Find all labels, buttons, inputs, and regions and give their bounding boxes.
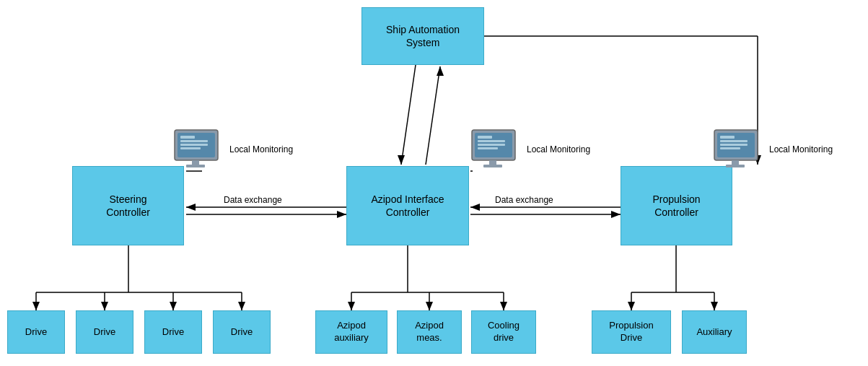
svg-marker-43 (348, 302, 355, 310)
drive-4-label: Drive (231, 326, 253, 339)
svg-rect-80 (726, 165, 745, 167)
drive-1-label: Drive (25, 326, 47, 339)
svg-rect-63 (192, 160, 199, 165)
svg-rect-68 (478, 140, 505, 142)
svg-marker-45 (426, 302, 433, 310)
diagram: Ship AutomationSystem SteeringController… (0, 0, 868, 366)
azipod-auxiliary-box: Azipodauxiliary (315, 310, 387, 354)
svg-marker-12 (470, 204, 480, 211)
svg-marker-14 (611, 211, 621, 218)
monitor-icon-3 (713, 128, 765, 169)
svg-rect-67 (478, 136, 492, 139)
monitor-icon-2 (470, 128, 522, 169)
svg-marker-35 (101, 302, 108, 310)
svg-rect-61 (180, 144, 208, 146)
svg-rect-62 (180, 147, 201, 149)
auxiliary-box: Auxiliary (682, 310, 747, 354)
drive-box-1: Drive (7, 310, 65, 354)
svg-rect-79 (732, 160, 739, 165)
svg-rect-76 (720, 140, 748, 142)
cooling-drive-box: Coolingdrive (471, 310, 536, 354)
propulsion-drive-label: PropulsionDrive (609, 320, 653, 344)
azipod-interface-label: Azipod InterfaceController (371, 193, 444, 219)
auxiliary-label: Auxiliary (696, 326, 732, 339)
svg-marker-8 (186, 204, 196, 211)
svg-rect-69 (478, 144, 505, 146)
svg-line-0 (401, 65, 416, 165)
propulsion-drive-box: PropulsionDrive (592, 310, 671, 354)
ship-automation-label: Ship AutomationSystem (386, 23, 460, 49)
drive-2-label: Drive (94, 326, 115, 339)
azipod-meas-label: Azipodmeas. (415, 320, 444, 344)
azipod-meas-box: Azipodmeas. (397, 310, 462, 354)
azipod-interface-box: Azipod InterfaceController (346, 166, 469, 245)
steering-controller-box: SteeringController (72, 166, 184, 245)
drive-box-3: Drive (144, 310, 202, 354)
svg-marker-1 (398, 155, 405, 165)
cooling-drive-label: Coolingdrive (488, 320, 520, 344)
propulsion-controller-label: PropulsionController (652, 193, 700, 219)
svg-rect-72 (483, 165, 502, 167)
svg-rect-70 (478, 147, 498, 149)
data-exchange-label-left: Data exchange (224, 195, 282, 205)
azipod-auxiliary-label: Azipodauxiliary (334, 320, 369, 344)
data-exchange-label-right: Data exchange (495, 195, 553, 205)
drive-3-label: Drive (162, 326, 184, 339)
drive-box-4: Drive (213, 310, 271, 354)
svg-rect-75 (720, 136, 735, 139)
monitor-2-label: Local Monitoring (527, 144, 590, 154)
svg-marker-3 (437, 66, 444, 76)
steering-controller-label: SteeringController (106, 193, 150, 219)
svg-marker-37 (170, 302, 177, 310)
monitor-1-label: Local Monitoring (229, 144, 293, 154)
drive-box-2: Drive (76, 310, 133, 354)
svg-marker-47 (500, 302, 507, 310)
svg-rect-78 (720, 147, 740, 149)
monitor-icon-1 (173, 128, 225, 169)
svg-rect-77 (720, 144, 748, 146)
svg-rect-64 (186, 165, 205, 167)
svg-marker-53 (711, 302, 718, 310)
svg-marker-33 (32, 302, 40, 310)
svg-marker-10 (337, 211, 346, 218)
monitor-3-label: Local Monitoring (769, 144, 833, 154)
svg-rect-60 (180, 140, 208, 142)
svg-marker-51 (628, 302, 635, 310)
propulsion-controller-box: PropulsionController (621, 166, 732, 245)
svg-line-2 (426, 66, 440, 165)
ship-automation-box: Ship AutomationSystem (361, 7, 484, 65)
svg-rect-71 (489, 160, 496, 165)
svg-marker-39 (238, 302, 245, 310)
svg-rect-59 (180, 136, 195, 139)
